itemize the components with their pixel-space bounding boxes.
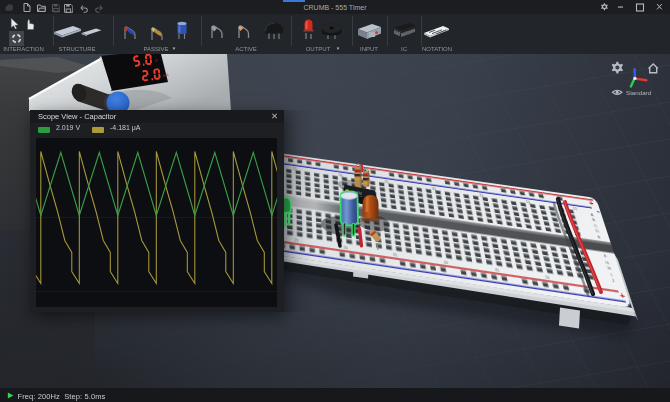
svg-text:Standard: Standard	[626, 89, 652, 96]
